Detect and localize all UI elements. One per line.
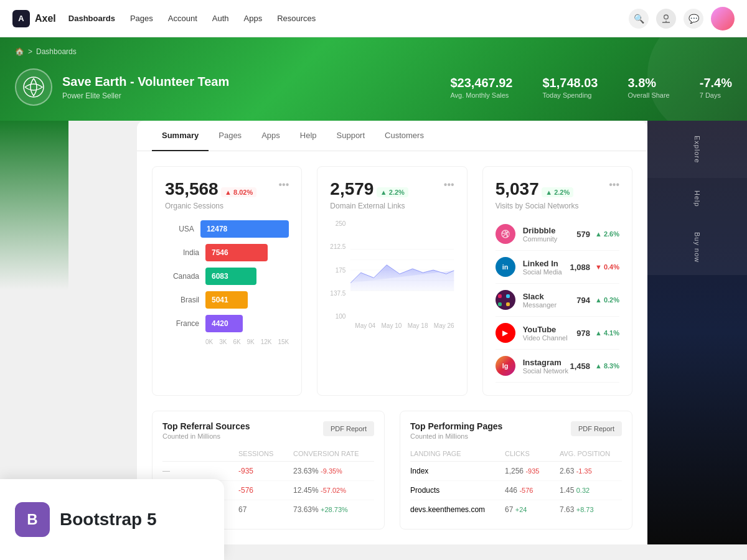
search-icon[interactable]: 🔍 <box>629 9 649 29</box>
nav-link-apps[interactable]: Apps <box>244 14 263 23</box>
metric-value-3: 5,037 ▲ 2.2% <box>496 179 574 199</box>
social-visits-label: Visits by Social Networks <box>496 202 619 210</box>
tab-apps[interactable]: Apps <box>251 121 290 151</box>
line-chart-svg <box>350 220 454 320</box>
messages-icon[interactable]: 💬 <box>684 9 703 29</box>
ref-sessions-3: 67 <box>238 505 288 514</box>
explore-button[interactable]: Explore <box>647 121 747 178</box>
linkedin-name: Linked In <box>523 259 570 268</box>
navbar: A Axel Dashboards Pages Account Auth App… <box>0 0 747 37</box>
social-item-linkedin: in Linked In Social Media 1,088 ▼ 0.4% <box>496 251 619 284</box>
user-avatar[interactable] <box>711 7 735 30</box>
nav-link-auth[interactable]: Auth <box>212 14 229 23</box>
youtube-type: Video Channel <box>523 334 577 342</box>
col-landing-page: LANDING PAGE <box>410 450 500 457</box>
instagram-info: Instagram Social Network <box>523 358 570 375</box>
dribbble-info: Dribbble Community <box>523 226 577 243</box>
nav-link-account[interactable]: Account <box>168 14 197 23</box>
notifications-icon[interactable] <box>656 9 676 29</box>
referral-pdf-button[interactable]: PDF Report <box>323 421 374 436</box>
nav-logo[interactable]: A Axel <box>12 10 56 27</box>
bar-row-canada: Canada 6083 <box>165 268 289 285</box>
organic-sessions-label: Organic Sessions <box>165 202 289 210</box>
pages-title: Top Performing Pages <box>410 421 502 431</box>
tab-pages[interactable]: Pages <box>209 121 251 151</box>
pages-row-1: Index 1,256 -935 2.63 -1.35 <box>410 462 622 481</box>
col-header-source <box>162 450 233 457</box>
social-visits-more[interactable]: ••• <box>609 179 619 190</box>
banner-logo-icon <box>15 68 52 106</box>
linkedin-icon: in <box>496 257 515 277</box>
ref-sessions-2: -576 <box>238 486 288 495</box>
pages-subtitle: Counted in Millions <box>410 432 502 440</box>
social-visits-value: 5,037 <box>496 179 539 198</box>
bar-value-usa: 12478 <box>207 225 227 233</box>
bootstrap-watermark: B Bootstrap 5 <box>0 479 224 560</box>
stat-monthly-value: $23,467.92 <box>450 76 512 90</box>
breadcrumb-home[interactable]: 🏠 <box>15 47 24 56</box>
referral-header: Top Referral Sources Counted in Millions… <box>162 421 374 447</box>
metric-header-3: 5,037 ▲ 2.2% ••• <box>496 179 619 199</box>
banner-team-name: Save Earth - Volunteer Team <box>62 75 229 89</box>
bar-row-india: India 7546 <box>165 244 289 261</box>
nav-link-resources[interactable]: Resources <box>277 14 316 23</box>
table-performing-pages: Top Performing Pages Counted in Millions… <box>400 411 632 530</box>
pages-title-group: Top Performing Pages Counted in Millions <box>410 421 502 447</box>
header-banner: 🏠 > Dashboards Save Earth - Volunteer Te… <box>0 37 747 121</box>
slack-change: ▲ 0.2% <box>595 296 619 304</box>
metric-value-2: 2,579 ▲ 2.2% <box>330 179 408 199</box>
organic-sessions-value: 35,568 <box>165 179 218 198</box>
help-button[interactable]: Help <box>647 178 747 220</box>
tabs-bar: Summary Pages Apps Help Support Customer… <box>137 121 647 151</box>
referral-subtitle: Counted in Millions <box>162 432 250 440</box>
social-list: Dribbble Community 579 ▲ 2.6% in <box>496 218 619 383</box>
slack-count: 794 <box>576 296 590 305</box>
instagram-count: 1,458 <box>570 362 590 371</box>
nav-link-pages[interactable]: Pages <box>130 14 153 23</box>
pages-pdf-button[interactable]: PDF Report <box>571 421 622 436</box>
breadcrumb-sep: > <box>28 47 32 56</box>
svg-point-1 <box>24 77 44 97</box>
referral-title: Top Referral Sources <box>162 421 250 431</box>
stat-monthly-label: Avg. Monthly Sales <box>450 91 512 99</box>
stat-spending-value: $1,748.03 <box>543 76 598 90</box>
youtube-change: ▲ 4.1% <box>595 329 619 337</box>
col-clicks: CLICKS <box>505 450 555 457</box>
metric-organic-sessions: 35,568 ▲ 8.02% ••• Organic Sessions USA … <box>152 166 302 396</box>
slack-info: Slack Messanger <box>523 292 577 309</box>
youtube-count: 978 <box>576 329 590 338</box>
metric-social-visits: 5,037 ▲ 2.2% ••• Visits by Social Networ… <box>482 166 632 396</box>
bar-chart: USA 12478 India 7546 <box>165 220 289 345</box>
social-item-dribbble: Dribbble Community 579 ▲ 2.6% <box>496 218 619 251</box>
page-name-2: Products <box>410 486 500 495</box>
organic-sessions-more[interactable]: ••• <box>279 179 289 190</box>
tab-help[interactable]: Help <box>290 121 327 151</box>
bootstrap-label: Bootstrap 5 <box>60 510 157 530</box>
domain-links-more[interactable]: ••• <box>444 179 454 190</box>
buy-now-label: Buy now <box>693 232 701 263</box>
tab-summary[interactable]: Summary <box>152 121 209 151</box>
youtube-info: YouTube Video Channel <box>523 325 577 342</box>
logo-text: Axel <box>35 13 56 24</box>
tab-customers[interactable]: Customers <box>375 121 434 151</box>
dribbble-type: Community <box>523 235 577 243</box>
buy-now-button[interactable]: Buy now <box>647 220 747 275</box>
bar-value-brasil: 5041 <box>212 296 228 304</box>
help-label: Help <box>693 190 701 207</box>
tab-support[interactable]: Support <box>327 121 375 151</box>
breadcrumb-current: Dashboards <box>36 47 77 56</box>
youtube-name: YouTube <box>523 325 577 334</box>
referral-row-1: — -935 23.63% -9.35% <box>162 462 374 481</box>
metric-header-1: 35,568 ▲ 8.02% ••• <box>165 179 289 199</box>
page-name-3: devs.keenthemes.com <box>410 505 500 514</box>
banner-content: Save Earth - Volunteer Team Power Elite … <box>15 68 732 106</box>
nav-link-dashboards[interactable]: Dashboards <box>68 14 115 23</box>
banner-subtitle: Power Elite Seller <box>62 91 229 100</box>
social-item-slack: Slack Messanger 794 ▲ 0.2% <box>496 284 619 317</box>
line-chart-container: 250 212.5 175 137.5 100 <box>330 220 454 329</box>
col-avg-position: AVG. POSITION <box>560 450 622 457</box>
col-header-sessions: SESSIONS <box>238 450 288 457</box>
social-visits-badge: ▲ 2.2% <box>542 187 573 197</box>
stat-spending-label: Today Spending <box>543 91 598 99</box>
dribbble-icon <box>496 224 515 244</box>
